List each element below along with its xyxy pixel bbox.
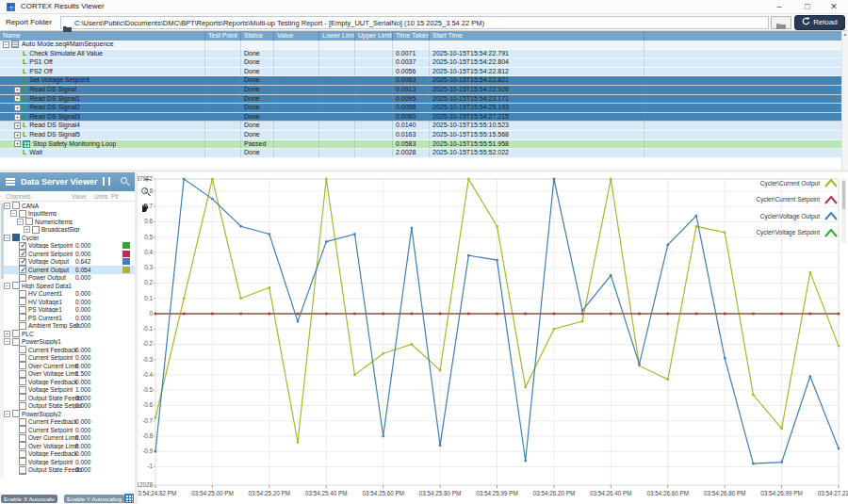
channel-checkbox[interactable]	[32, 226, 40, 234]
pause-icon[interactable]	[103, 177, 110, 186]
result-row[interactable]: +Stop Safety Monitoring LoopPassed0.0583…	[0, 140, 841, 150]
col-upper-limit[interactable]: Upper Limit	[355, 31, 393, 41]
channel-row[interactable]: Current Output0.054	[4, 266, 135, 274]
channel-row[interactable]: Output State Feedb0.000	[4, 394, 135, 402]
channel-checkbox[interactable]	[19, 466, 26, 474]
channel-checkbox[interactable]	[19, 298, 26, 305]
channel-row[interactable]: −PowerSupply1	[4, 338, 135, 347]
enable-y-autoscaling-button[interactable]: Enable Y Autoscaling	[64, 495, 124, 503]
legend-scrollbar[interactable]	[841, 179, 846, 243]
channel-row[interactable]: −PowerSupply2	[4, 410, 135, 418]
result-row[interactable]: −Auto Mode.seq#MainSequence	[0, 41, 841, 50]
expand-box-icon[interactable]: +	[14, 122, 21, 129]
channel-checkbox[interactable]	[19, 258, 26, 266]
result-row[interactable]: LCheck Simulate All ValueDone0.00712025-…	[0, 50, 841, 59]
channel-checkbox[interactable]	[19, 210, 26, 218]
channel-checkbox[interactable]	[19, 370, 26, 378]
channel-checkbox[interactable]	[19, 442, 26, 449]
channel-row[interactable]: Current Feedback0.000	[4, 346, 135, 354]
channel-checkbox[interactable]	[19, 434, 26, 442]
channel-row[interactable]: Current Setpoint0.000	[4, 426, 135, 434]
channel-row[interactable]: HV Voltage10.000	[4, 298, 135, 306]
channel-checkbox[interactable]	[19, 274, 26, 282]
channel-checkbox[interactable]	[19, 458, 26, 465]
collapse-box-icon[interactable]: −	[10, 210, 17, 217]
expand-box-icon[interactable]: +	[14, 114, 21, 121]
collapse-box-icon[interactable]: −	[4, 338, 10, 345]
channel-row[interactable]: PS Current10.000	[4, 314, 135, 322]
legend-entry[interactable]: Cycler\Voltage Setpoint	[631, 228, 839, 237]
result-row[interactable]: +LRead DS Signal4Done0.01402025-10-15T15…	[0, 122, 841, 131]
menu-icon[interactable]	[6, 178, 15, 180]
channel-checkbox[interactable]	[19, 474, 26, 475]
channel-checkbox[interactable]	[12, 338, 20, 346]
channel-checkbox[interactable]	[19, 250, 26, 257]
chart-panel[interactable]: 0.879720.80.70.60.50.40.30.20.10-0.1-0.2…	[138, 172, 848, 504]
channel-row[interactable]: Current Setpoint0.000	[4, 250, 135, 258]
result-row[interactable]: LWaitDone2.00282025-10-15T15:55:52.022	[0, 149, 841, 158]
channel-row[interactable]: Voltage Output0.642	[4, 258, 135, 267]
channel-checkbox[interactable]	[19, 418, 26, 426]
col-lower-limit[interactable]: Lower Limit	[319, 31, 355, 41]
browse-folder-button[interactable]	[771, 16, 791, 29]
zoom-tool-icon[interactable]	[141, 187, 148, 194]
channel-checkbox[interactable]	[19, 362, 26, 369]
channel-row[interactable]: −InputItems	[4, 210, 135, 219]
expand-box-icon[interactable]: +	[14, 105, 21, 111]
channel-row[interactable]: Output State Setpoi0.000	[4, 474, 135, 475]
cursor-crosshair-icon[interactable]: +	[139, 174, 155, 184]
legend-entry[interactable]: Cycler\Current Output	[631, 178, 839, 187]
channel-row[interactable]: +PLC	[4, 330, 135, 338]
channel-row[interactable]: −NumericItems	[4, 218, 135, 226]
reload-button[interactable]: Reload	[794, 15, 845, 30]
channel-row[interactable]: Current Feedback0.000	[4, 418, 135, 427]
channel-checkbox[interactable]	[19, 394, 26, 401]
channel-checkbox[interactable]	[12, 202, 20, 209]
pan-hand-icon[interactable]	[140, 200, 155, 217]
channel-row[interactable]: Over Voltage Limit0.000	[4, 442, 135, 450]
channel-checkbox[interactable]	[19, 314, 26, 321]
result-row[interactable]: +LRead DS Signal3Done0.00602025-10-15T15…	[0, 113, 841, 122]
channel-checkbox[interactable]	[12, 282, 20, 289]
channel-checkbox[interactable]	[19, 450, 26, 458]
channel-checkbox[interactable]	[19, 402, 26, 410]
channel-checkbox[interactable]	[19, 242, 26, 250]
col-name[interactable]: Name	[0, 31, 205, 41]
channel-row[interactable]: Power Output0.000	[4, 274, 135, 283]
channel-checkbox[interactable]	[19, 306, 26, 314]
channel-row[interactable]: Voltage Feedback0.000	[4, 378, 135, 386]
result-row[interactable]: +LRead DS Signal1Done0.00952025-10-15T15…	[0, 95, 841, 105]
collapse-box-icon[interactable]: −	[3, 41, 9, 48]
channel-row[interactable]: Voltage Setpoint1.000	[4, 386, 135, 395]
channel-row[interactable]: Over Current Limit0.000	[4, 362, 135, 370]
maximize-button[interactable]: □	[795, 0, 820, 13]
col-time-taken[interactable]: Time Taken	[393, 31, 430, 41]
table-view-icon[interactable]	[124, 494, 134, 503]
col-status[interactable]: Status	[241, 31, 274, 41]
channel-row[interactable]: +BroadcastSigr	[4, 226, 135, 235]
collapse-box-icon[interactable]: −	[17, 219, 24, 225]
channel-checkbox[interactable]	[12, 330, 20, 337]
channel-row[interactable]: HV Current10.000	[4, 290, 135, 299]
expand-box-icon[interactable]: +	[14, 132, 21, 138]
result-row[interactable]: LSet Voltage SetpointDone0.00632025-10-1…	[0, 76, 841, 86]
channel-row[interactable]: −High Speed Data1	[4, 282, 135, 290]
minimize-button[interactable]: –	[767, 0, 791, 13]
channel-checkbox[interactable]	[19, 346, 26, 353]
channel-checkbox[interactable]	[12, 234, 20, 241]
col-value[interactable]: Value	[274, 31, 319, 41]
enable-x-autoscale-button[interactable]: Enable X Autoscale	[1, 495, 57, 503]
channel-checkbox[interactable]	[19, 386, 26, 394]
expand-box-icon[interactable]: +	[14, 95, 21, 102]
result-row[interactable]: +LRead DS Signal2Done0.00582025-10-15T15…	[0, 104, 841, 113]
channel-row[interactable]: Ambient Temp Sen:0.000	[4, 322, 135, 331]
channel-row[interactable]: −CANA	[4, 202, 135, 210]
channel-checkbox[interactable]	[12, 410, 20, 417]
legend-entry[interactable]: Cycler\Current Setpoint	[631, 195, 839, 204]
search-icon[interactable]	[121, 177, 127, 184]
col-start-time[interactable]: Start Time	[430, 31, 644, 41]
channel-row[interactable]: Over Voltage Limit1.500	[4, 370, 135, 379]
channel-checkbox[interactable]	[19, 354, 26, 362]
collapse-box-icon[interactable]: −	[4, 235, 10, 241]
expand-box-icon[interactable]: +	[14, 140, 21, 147]
